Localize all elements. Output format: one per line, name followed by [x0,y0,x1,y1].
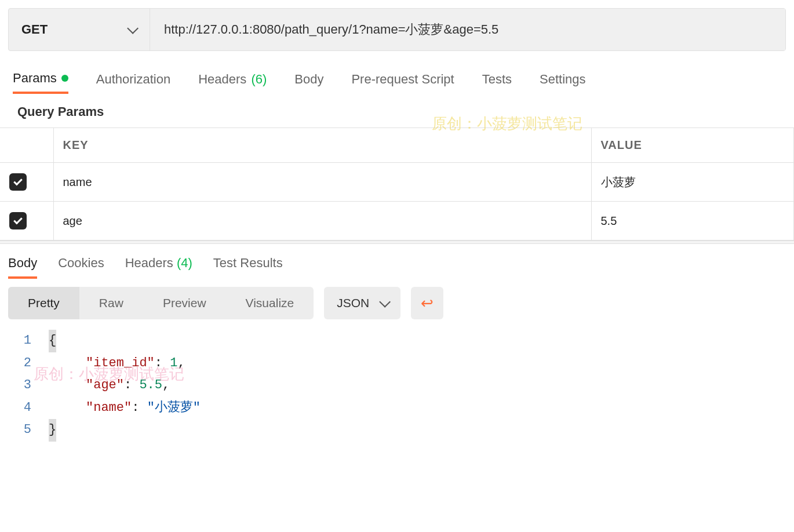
tab-prerequest[interactable]: Pre-request Script [351,71,454,94]
line-number: 1 [8,330,49,352]
http-method-select[interactable]: GET [9,9,150,50]
tab-body[interactable]: Body [294,71,323,94]
param-value-cell[interactable]: 小菠萝 [591,163,794,202]
param-checkbox[interactable] [9,212,27,229]
response-body[interactable]: 1 { 2 "item_id": 1, 3 "age": 5.5, 4 "nam… [8,330,794,442]
tab-settings[interactable]: Settings [540,71,586,94]
table-row: age 5.5 [0,202,794,241]
wrap-lines-icon: ↩ [421,296,434,311]
param-key-cell[interactable]: name [53,163,591,202]
line-number: 4 [8,397,49,420]
chevron-down-icon [127,23,139,34]
params-table: KEY VALUE name 小菠萝 age 5.5 [0,127,794,241]
line-number: 5 [8,419,49,442]
view-mode-group: Pretty Raw Preview Visualize [8,287,314,319]
wrap-lines-button[interactable]: ↩ [411,287,443,319]
param-value-cell[interactable]: 5.5 [591,202,794,241]
http-method-label: GET [21,22,48,37]
params-key-header: KEY [53,128,591,163]
query-params-title: Query Params [17,104,794,119]
url-input[interactable]: http://127.0.0.1:8080/path_query/1?name=… [150,9,785,50]
line-number: 2 [8,352,49,375]
response-view-controls: Pretty Raw Preview Visualize JSON ↩ [8,287,794,319]
check-icon [13,216,23,225]
check-icon [13,177,23,186]
tab-headers[interactable]: Headers (6) [198,71,267,94]
view-mode-visualize[interactable]: Visualize [226,287,314,319]
request-bar: GET http://127.0.0.1:8080/path_query/1?n… [8,8,786,51]
view-mode-raw[interactable]: Raw [79,287,143,319]
tab-tests[interactable]: Tests [482,71,512,94]
resp-tab-body[interactable]: Body [8,256,37,279]
view-mode-preview[interactable]: Preview [143,287,226,319]
tab-params[interactable]: Params [13,71,68,94]
format-select[interactable]: JSON [324,287,400,319]
param-key-cell[interactable]: age [53,202,591,241]
response-tabs: Body Cookies Headers (4) Test Results [8,256,794,279]
table-row: name 小菠萝 [0,163,794,202]
view-mode-pretty[interactable]: Pretty [8,287,79,319]
params-active-dot [61,75,68,82]
request-tabs: Params Authorization Headers (6) Body Pr… [13,71,794,94]
resp-tab-headers[interactable]: Headers (4) [125,256,192,279]
param-checkbox[interactable] [9,173,27,191]
chevron-down-icon [379,296,391,308]
resp-tab-cookies[interactable]: Cookies [58,256,104,279]
line-number: 3 [8,374,49,397]
divider [0,241,794,244]
resp-tab-testresults[interactable]: Test Results [213,256,283,279]
params-checkbox-header [0,128,53,163]
url-text: http://127.0.0.1:8080/path_query/1?name=… [164,21,498,38]
tab-authorization[interactable]: Authorization [96,71,170,94]
params-value-header: VALUE [591,128,794,163]
